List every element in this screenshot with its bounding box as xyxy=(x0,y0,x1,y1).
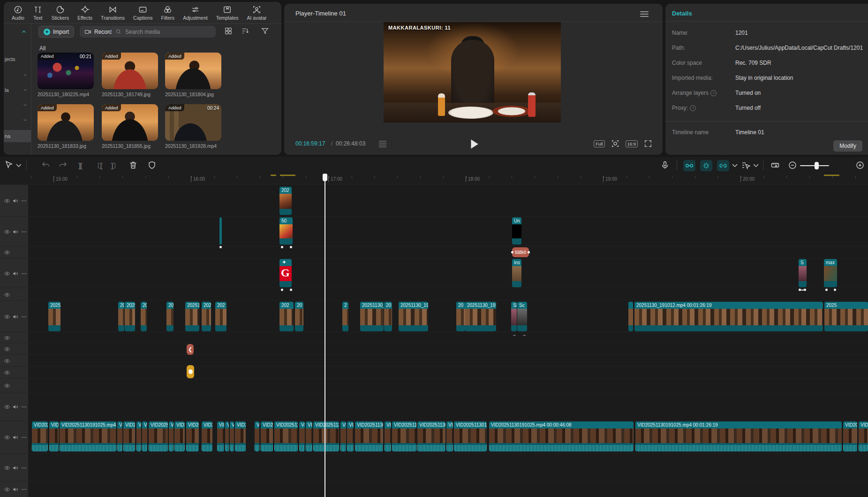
timeline-clip[interactable] xyxy=(187,365,194,378)
more-icon[interactable] xyxy=(21,486,28,493)
timeline-clip[interactable]: 202 xyxy=(202,302,211,331)
tracks-area[interactable]: 20250UntiätköinsSmax20252020252020202512… xyxy=(0,185,868,497)
timeline-clip[interactable]: VI xyxy=(340,421,346,451)
focus-icon[interactable] xyxy=(611,139,619,148)
more-icon[interactable] xyxy=(21,404,28,411)
eye-icon[interactable] xyxy=(4,358,11,365)
snap-toggle-icon[interactable] xyxy=(683,160,695,171)
topbar-item-text[interactable]: Text xyxy=(30,4,46,22)
more-icon[interactable] xyxy=(21,198,28,205)
timeline-clip[interactable]: 20 xyxy=(295,302,303,331)
eye-icon[interactable] xyxy=(4,198,11,205)
playhead[interactable] xyxy=(325,174,325,497)
eye-icon[interactable] xyxy=(4,434,11,441)
timeline-clip[interactable]: VID2 xyxy=(202,421,212,451)
timeline-clip[interactable] xyxy=(628,302,633,331)
eye-icon[interactable] xyxy=(4,335,11,342)
chevron-down-icon[interactable] xyxy=(23,102,28,107)
timeline-clip[interactable]: 2025 xyxy=(48,302,60,331)
timeline-clip[interactable]: 20251130_19101 xyxy=(465,302,496,331)
timeline-clip[interactable]: VI xyxy=(169,421,174,451)
speaker-icon[interactable] xyxy=(12,434,19,441)
timeline-clip[interactable]: VID2025113 xyxy=(392,421,416,451)
speaker-icon[interactable] xyxy=(12,313,19,321)
timeline-clip[interactable]: VID20251130191025.mp4 00:00:46:08 xyxy=(489,421,634,451)
sidebar-item-na[interactable]: na xyxy=(4,130,31,142)
link-toggle-icon[interactable] xyxy=(717,160,729,171)
modify-button[interactable]: Modify xyxy=(833,140,862,152)
redo-icon[interactable] xyxy=(58,161,68,171)
keyframe-dot[interactable] xyxy=(511,251,513,253)
chevron-down-icon[interactable] xyxy=(14,161,21,171)
sort-icon[interactable] xyxy=(241,27,250,36)
speaker-icon[interactable] xyxy=(12,465,19,472)
keyframe-dot[interactable] xyxy=(528,251,530,253)
topbar-item-templates[interactable]: Templates xyxy=(213,4,242,22)
timeline-clip[interactable]: 2025 xyxy=(125,302,135,331)
sidebar-item-jects[interactable]: jects xyxy=(4,53,31,65)
speaker-icon[interactable] xyxy=(12,486,19,493)
speaker-icon[interactable] xyxy=(12,270,19,277)
delete-right-icon[interactable]: ]〕 xyxy=(110,161,120,171)
timeline-clip[interactable]: VI xyxy=(306,421,312,451)
eye-icon[interactable] xyxy=(4,291,11,298)
timeline-clip[interactable]: VID20251130 xyxy=(355,421,383,451)
chevron-down-icon[interactable] xyxy=(730,161,736,171)
timeline-clip[interactable]: VID2 xyxy=(174,421,185,451)
timeline-clip[interactable]: VI xyxy=(299,421,305,451)
timeline-clip[interactable]: tiätkö xyxy=(512,247,529,257)
chevron-down-icon[interactable] xyxy=(23,117,28,122)
timeline-clip[interactable]: VI xyxy=(255,421,259,451)
select-tool-icon[interactable] xyxy=(4,161,14,171)
timeline-clip[interactable]: VID202 xyxy=(32,421,48,451)
grid-view-icon[interactable] xyxy=(224,27,234,36)
chevron-up-icon[interactable] xyxy=(21,29,27,35)
topbar-item-stickers[interactable]: Stickers xyxy=(48,4,72,22)
topbar-item-transitions[interactable]: Transitions xyxy=(98,4,128,22)
timeline-clip[interactable]: VI xyxy=(347,421,354,451)
eye-icon[interactable] xyxy=(4,369,11,376)
sidebar-item-row3[interactable] xyxy=(4,99,31,111)
keyframe-dot[interactable] xyxy=(219,246,222,248)
help-icon[interactable]: ? xyxy=(690,105,696,111)
sidebar-item-row1[interactable] xyxy=(4,69,31,81)
timeline-clip[interactable]: S xyxy=(799,259,807,287)
quality-button[interactable]: Full xyxy=(594,140,604,147)
timeline-clip[interactable]: 2025 xyxy=(824,302,868,331)
timeline-clip[interactable]: VID20 xyxy=(186,421,199,451)
filter-icon[interactable] xyxy=(261,27,270,36)
topbar-item-captions[interactable]: Captions xyxy=(130,4,156,22)
timeline-clip[interactable]: 20251 xyxy=(185,302,199,331)
eye-icon[interactable] xyxy=(4,229,11,236)
eye-icon[interactable] xyxy=(4,270,11,277)
mask-icon[interactable] xyxy=(147,161,158,171)
keyframe-dot[interactable] xyxy=(281,289,283,291)
timeline-clip[interactable]: VI xyxy=(136,421,141,451)
timeline-clip[interactable]: VID20 xyxy=(235,421,246,451)
chevron-down-icon[interactable] xyxy=(23,87,28,92)
timeline-clip[interactable]: 20 xyxy=(118,302,124,331)
timeline-clip[interactable]: VID2 xyxy=(123,421,135,451)
timeline-clip[interactable]: ins xyxy=(512,259,521,287)
media-card[interactable]: Added00:2420251130_181928.mp4 xyxy=(165,104,221,149)
media-card[interactable]: Added00:2120251130_180225.mp4 xyxy=(38,53,94,97)
timeline-clip[interactable]: VI xyxy=(446,421,453,451)
search-box[interactable] xyxy=(112,26,216,38)
frame-list-icon[interactable] xyxy=(379,141,386,147)
keyframe-dot[interactable] xyxy=(834,289,836,291)
eye-icon[interactable] xyxy=(4,382,11,390)
speaker-icon[interactable] xyxy=(12,229,19,236)
import-button[interactable]: + Import xyxy=(38,26,74,38)
aspect-ratio-button[interactable]: 16:9 xyxy=(626,140,638,147)
timeline-clip[interactable]: 20251130_1 xyxy=(360,302,384,331)
eye-icon[interactable] xyxy=(4,313,11,321)
timeline-clip[interactable]: VI xyxy=(117,421,122,451)
timeline-clip[interactable]: VID202511301 xyxy=(454,421,487,451)
timeline-clip[interactable]: VII xyxy=(385,421,391,451)
topbar-item-ai-avatar[interactable]: AI avatar xyxy=(244,4,270,22)
voiceover-mic-icon[interactable] xyxy=(660,161,671,171)
eye-icon[interactable] xyxy=(4,346,11,353)
eye-icon[interactable] xyxy=(4,486,11,493)
topbar-item-effects[interactable]: Effects xyxy=(74,4,96,22)
speaker-icon[interactable] xyxy=(12,404,19,411)
